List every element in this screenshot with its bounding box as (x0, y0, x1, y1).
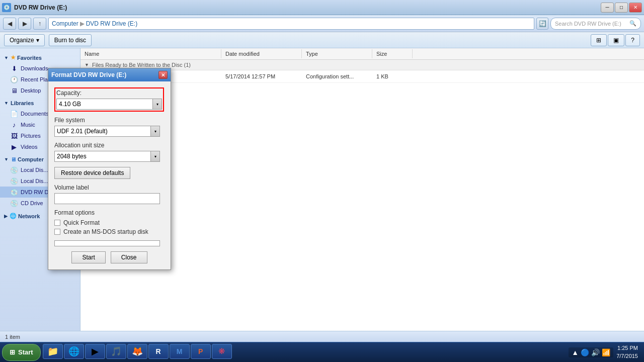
format-options-label: Format options (54, 209, 165, 216)
taskbar-item-powerpoint[interactable]: P (191, 344, 211, 359)
taskbar-item-ie[interactable]: 🌐 (64, 344, 84, 359)
organize-button[interactable]: Organize ▾ (4, 34, 45, 46)
capacity-dropdown[interactable]: 4.10 GB ▾ (56, 99, 162, 110)
file-type-cell: Configuration sett... (302, 72, 372, 80)
volume-label-input[interactable] (54, 193, 160, 204)
documents-label: Documents (21, 111, 49, 117)
up-button[interactable]: ↑ (33, 18, 46, 30)
ie-icon: 🌐 (68, 345, 80, 357)
organize-label: Organize (10, 37, 34, 44)
start-button[interactable]: ⊞ Start (2, 344, 41, 361)
localdisk2-icon: 💿 (10, 177, 18, 185)
burn-button[interactable]: Burn to disc (49, 34, 92, 46)
view-change-button[interactable]: ⊞ (591, 34, 607, 46)
videos-label: Videos (21, 144, 37, 150)
tray-network-icon: 🔵 (581, 348, 589, 356)
back-button[interactable]: ◀ (3, 18, 16, 30)
tray-arrow-icon[interactable]: ▲ (572, 348, 579, 356)
allocation-value: 2048 bytes (55, 153, 150, 160)
allocation-label: Allocation unit size (54, 142, 165, 149)
dialog-titlebar: Format DVD RW Drive (E:) ✕ (48, 68, 171, 81)
taskbar: ⊞ Start 📁 🌐 ▶ 🎵 🦊 R M P ❋ (0, 342, 644, 362)
organize-arrow-icon: ▾ (36, 37, 39, 44)
ruby-icon: R (152, 345, 165, 357)
capacity-box: Capacity: 4.10 GB ▾ (54, 87, 164, 112)
address-bar: ◀ ▶ ↑ Computer ▶ DVD RW Drive (E:) 🔄 Sea… (0, 15, 644, 32)
taskbar-item-ruby[interactable]: R (148, 344, 169, 359)
forward-button[interactable]: ▶ (18, 18, 31, 30)
dialog-close-icon[interactable]: ✕ (158, 71, 168, 79)
taskbar-item-app8[interactable]: ❋ (212, 344, 232, 359)
network-icon: 🌐 (10, 213, 17, 219)
maximize-button[interactable]: □ (615, 3, 628, 13)
file-date-cell: 5/17/2014 12:57 PM (221, 72, 302, 80)
firefox-icon: 🦊 (131, 345, 143, 357)
tray-volume-icon[interactable]: 🔊 (591, 348, 600, 356)
tray-signal-icon: 📶 (602, 348, 610, 356)
window-controls: ─ □ ✕ (601, 3, 642, 13)
refresh-button[interactable]: 🔄 (536, 18, 548, 30)
capacity-dropdown-arrow-icon[interactable]: ▾ (152, 99, 162, 109)
restore-defaults-button[interactable]: Restore device defaults (54, 167, 130, 179)
dvdrw-icon: 💿 (10, 188, 18, 196)
desktop-icon: 🖥 (10, 86, 18, 95)
close-button[interactable]: ✕ (629, 3, 642, 13)
allocation-dropdown[interactable]: 2048 bytes ▾ (54, 151, 160, 162)
filesystem-dropdown-arrow-icon[interactable]: ▾ (150, 126, 159, 136)
dialog-body: Capacity: 4.10 GB ▾ File system UDF 2.01… (48, 81, 171, 269)
taskbar-item-word[interactable]: M (170, 344, 190, 359)
sidebar-favorites-header[interactable]: ▼ ★ Favorites (0, 52, 80, 63)
help-button[interactable]: ? (625, 34, 640, 46)
allocation-dropdown-arrow-icon[interactable]: ▾ (150, 151, 159, 161)
clock-date: 7/7/2015 (616, 352, 638, 360)
format-options-group: Format options Quick Format Create an MS… (54, 209, 165, 235)
windows-orb-icon: ⊞ (10, 348, 15, 356)
breadcrumb-computer[interactable]: Computer (52, 20, 78, 27)
dialog-close-button[interactable]: Close (111, 251, 147, 263)
allocation-group: Allocation unit size 2048 bytes ▾ (54, 142, 165, 162)
window-title: DVD RW Drive (E:) (14, 4, 601, 11)
clock[interactable]: 1:25 PM 7/7/2015 (616, 344, 638, 360)
taskbar-right: ▲ 🔵 🔊 📶 1:25 PM 7/7/2015 (565, 344, 642, 360)
favorites-label: Favorites (17, 55, 42, 61)
burn-label: Burn to disc (54, 37, 86, 44)
taskbar-item-firefox[interactable]: 🦊 (127, 344, 147, 359)
breadcrumb-drive[interactable]: DVD RW Drive (E:) (86, 20, 137, 27)
pane-button[interactable]: ▣ (608, 34, 624, 46)
computer-icon: 🖥 (11, 156, 16, 162)
section-arrow-icon: ▼ (85, 62, 89, 67)
column-headers: Name Date modified Type Size (80, 48, 644, 60)
pictures-label: Pictures (21, 133, 41, 139)
search-box[interactable]: Search DVD RW Drive (E:) 🔍 (550, 18, 641, 30)
capacity-group: Capacity: 4.10 GB ▾ (54, 87, 165, 112)
view-buttons: ⊞ ▣ ? (591, 34, 640, 46)
column-type[interactable]: Type (302, 49, 372, 58)
start-button[interactable]: Start (71, 251, 105, 263)
toolbar: Organize ▾ Burn to disc ⊞ ▣ ? (0, 32, 644, 48)
computer-arrow-icon: ▼ (4, 157, 9, 162)
taskbar-items: 📁 🌐 ▶ 🎵 🦊 R M P ❋ (41, 344, 565, 361)
app8-icon: ❋ (216, 345, 228, 357)
msdos-checkbox[interactable] (54, 229, 60, 235)
music-icon: ♪ (10, 121, 18, 129)
status-count: 1 item (5, 334, 20, 340)
filesystem-dropdown[interactable]: UDF 2.01 (Default) ▾ (54, 126, 160, 137)
taskbar-item-explorer[interactable]: 📁 (43, 344, 63, 359)
column-size[interactable]: Size (372, 49, 413, 58)
system-tray: ▲ 🔵 🔊 📶 (569, 347, 613, 357)
downloads-label: Downloads (21, 65, 48, 71)
minimize-button[interactable]: ─ (601, 3, 614, 13)
title-bar: 💿 DVD RW Drive (E:) ─ □ ✕ (0, 0, 644, 15)
taskbar-item-media[interactable]: ▶ (85, 344, 105, 359)
column-name[interactable]: Name (80, 49, 221, 58)
taskbar-item-itunes[interactable]: 🎵 (106, 344, 126, 359)
column-date-modified[interactable]: Date modified (221, 49, 302, 58)
capacity-value: 4.10 GB (57, 101, 152, 108)
explorer-icon: 📁 (47, 345, 59, 357)
clock-time: 1:25 PM (616, 344, 638, 352)
breadcrumb[interactable]: Computer ▶ DVD RW Drive (E:) (48, 18, 534, 30)
progress-bar (54, 240, 160, 246)
cddrive-icon: 💿 (10, 199, 18, 207)
quick-format-checkbox[interactable] (54, 220, 60, 226)
msdos-label: Create an MS-DOS startup disk (63, 228, 148, 235)
